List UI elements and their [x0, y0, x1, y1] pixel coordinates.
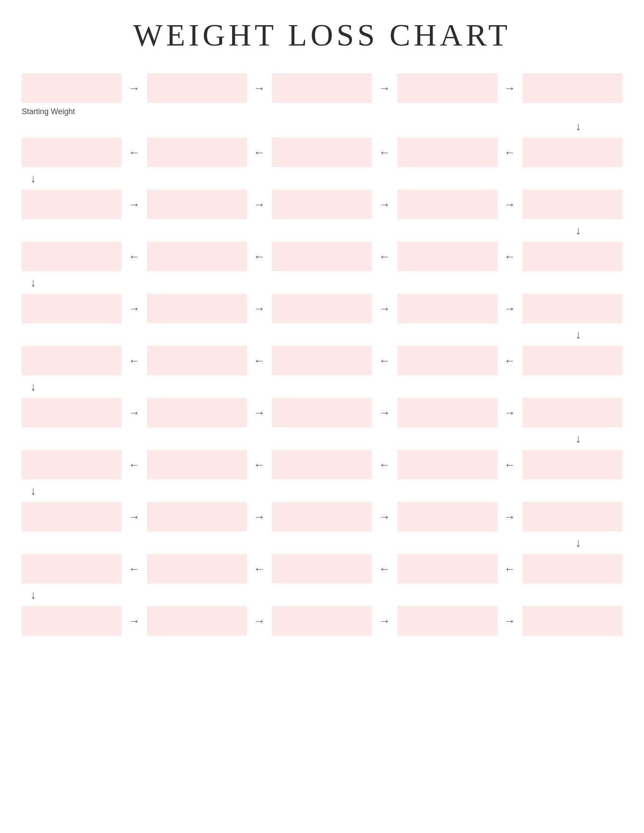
cell-3-3[interactable]	[272, 190, 372, 219]
cell-5-5[interactable]	[522, 294, 622, 323]
cell-9-5[interactable]	[522, 502, 622, 531]
arrow-2-2: ←	[251, 146, 268, 159]
connector-4: ↓	[22, 274, 622, 291]
connector-9: ↓	[22, 534, 622, 551]
connector-10: ↓	[22, 586, 622, 603]
cell-8-4[interactable]	[398, 450, 497, 479]
arrow-10-1: ←	[125, 562, 143, 576]
cell-6-1[interactable]	[22, 346, 122, 375]
cell-8-5[interactable]	[522, 450, 622, 479]
starting-weight-label: Starting Weight	[22, 107, 75, 116]
arrow-7-3: →	[376, 406, 393, 420]
cell-3-5[interactable]	[522, 190, 622, 219]
cell-4-4[interactable]	[398, 242, 497, 271]
arrow-6-4: ←	[501, 354, 519, 367]
arrow-2-4: ←	[501, 146, 519, 159]
arrow-11-1: →	[125, 614, 143, 628]
cell-4-1[interactable]	[22, 242, 122, 271]
arrow-7-2: →	[251, 406, 268, 420]
cell-8-3[interactable]	[272, 450, 372, 479]
cell-8-2[interactable]	[147, 450, 247, 479]
cell-10-5[interactable]	[522, 554, 622, 584]
cell-2-2[interactable]	[147, 138, 247, 167]
snake-row-11: → → → →	[22, 603, 622, 638]
cell-2-5[interactable]	[522, 138, 622, 167]
cell-11-2[interactable]	[147, 606, 247, 636]
cell-5-3[interactable]	[272, 294, 372, 323]
arrow-down-5: ↓	[575, 326, 581, 343]
cell-9-4[interactable]	[398, 502, 497, 531]
snake-row-10: ← ← ← ←	[22, 551, 622, 586]
arrow-11-2: →	[251, 614, 268, 628]
cell-5-4[interactable]	[398, 294, 497, 323]
arrow-1-2: →	[251, 82, 268, 95]
snake-row-9: → → → →	[22, 499, 622, 534]
cell-8-1[interactable]	[22, 450, 122, 479]
cell-7-5[interactable]	[522, 398, 622, 427]
cell-1-1[interactable]	[22, 73, 122, 103]
arrow-down-10: ↓	[30, 586, 36, 603]
cell-9-1[interactable]	[22, 502, 122, 531]
cell-7-3[interactable]	[272, 398, 372, 427]
cell-1-4[interactable]	[398, 73, 497, 103]
arrow-10-3: ←	[376, 562, 393, 576]
snake-row-5: → → → →	[22, 291, 622, 326]
cell-2-3[interactable]	[272, 138, 372, 167]
row-group-1: → → → → Starting Weight ↓	[22, 71, 622, 135]
cell-3-4[interactable]	[398, 190, 497, 219]
cell-1-2[interactable]	[147, 73, 247, 103]
row-group-6: ← ← ← ← ↓	[22, 343, 622, 395]
cell-7-2[interactable]	[147, 398, 247, 427]
arrow-9-3: →	[376, 510, 393, 524]
snake-row-4: ← ← ← ←	[22, 239, 622, 274]
cell-6-3[interactable]	[272, 346, 372, 375]
cell-1-3[interactable]	[272, 73, 372, 103]
row-group-3: → → → → ↓	[22, 187, 622, 239]
connector-1: ↓	[22, 118, 622, 135]
page-title: WEIGHT LOSS CHART	[22, 17, 622, 53]
arrow-1-3: →	[376, 82, 393, 95]
row-group-10: ← ← ← ← ↓	[22, 551, 622, 603]
cell-4-3[interactable]	[272, 242, 372, 271]
cell-2-4[interactable]	[398, 138, 497, 167]
cell-6-5[interactable]	[522, 346, 622, 375]
cell-11-3[interactable]	[272, 606, 372, 636]
label-row-1: Starting Weight	[22, 105, 622, 118]
connector-8: ↓	[22, 482, 622, 499]
cell-11-1[interactable]	[22, 606, 122, 636]
row-group-8: ← ← ← ← ↓	[22, 447, 622, 499]
arrow-down-3: ↓	[575, 222, 581, 239]
cell-10-3[interactable]	[272, 554, 372, 584]
cell-4-2[interactable]	[147, 242, 247, 271]
cell-4-5[interactable]	[522, 242, 622, 271]
chart-container: → → → → Starting Weight ↓ ← ← ← ←	[22, 71, 622, 638]
arrow-down-2: ↓	[30, 170, 36, 187]
cell-1-5[interactable]	[522, 73, 622, 103]
arrow-5-2: →	[251, 302, 268, 315]
cell-3-2[interactable]	[147, 190, 247, 219]
cell-3-1[interactable]	[22, 190, 122, 219]
cell-10-1[interactable]	[22, 554, 122, 584]
snake-row-7: → → → →	[22, 395, 622, 430]
cell-5-2[interactable]	[147, 294, 247, 323]
cell-11-4[interactable]	[398, 606, 497, 636]
arrow-9-2: →	[251, 510, 268, 524]
cell-2-1[interactable]	[22, 138, 122, 167]
arrow-2-3: ←	[376, 146, 393, 159]
cell-10-2[interactable]	[147, 554, 247, 584]
snake-row-6: ← ← ← ←	[22, 343, 622, 378]
cell-6-2[interactable]	[147, 346, 247, 375]
connector-7: ↓	[22, 430, 622, 447]
connector-6: ↓	[22, 378, 622, 395]
cell-7-4[interactable]	[398, 398, 497, 427]
cell-6-4[interactable]	[398, 346, 497, 375]
cell-9-2[interactable]	[147, 502, 247, 531]
cell-11-5[interactable]	[522, 606, 622, 636]
cell-10-4[interactable]	[398, 554, 497, 584]
cell-9-3[interactable]	[272, 502, 372, 531]
arrow-2-1: ←	[125, 146, 143, 159]
cell-7-1[interactable]	[22, 398, 122, 427]
arrow-10-2: ←	[251, 562, 268, 576]
arrow-6-1: ←	[125, 354, 143, 367]
cell-5-1[interactable]	[22, 294, 122, 323]
